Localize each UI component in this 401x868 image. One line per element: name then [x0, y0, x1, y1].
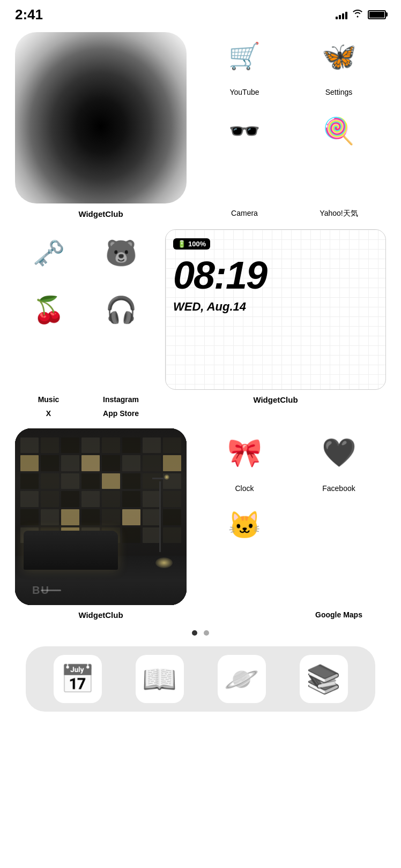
instagram-icon-container: 🐻 [97, 229, 145, 277]
clock-date-display: WED, Aug.14 [173, 300, 378, 314]
facebook-heart-icon: 🖤 [322, 436, 357, 469]
appstore-label: App Store [87, 409, 154, 418]
youtube-label-item: YouTube [212, 88, 277, 96]
right-apps-3: 🎀 🖤 Clock Facebook [197, 428, 386, 557]
app-labels-youtube-settings: YouTube Settings [197, 88, 386, 96]
app-item-clock[interactable]: 🎀 [212, 428, 277, 480]
app-item-camera[interactable]: 🕶️ [212, 107, 277, 158]
camera-yahoo-labels: Camera Yahoo!天気 [197, 209, 386, 218]
appstore-icon-container: 🎧 [97, 286, 145, 334]
youtube-icon-container: 🛒 [220, 32, 269, 80]
dock-item-stackbooks[interactable]: 📚 [300, 655, 348, 703]
row-3-labels: WidgetClub Google Maps [15, 610, 386, 620]
googlemaps-label-row: Google Maps [197, 610, 386, 619]
settings-icon-container: 🦋 [315, 32, 363, 80]
yahoo-lollipop-icon: 🍭 [323, 116, 355, 146]
dock-calendar-icon: 📅 [60, 663, 95, 696]
clock-time-display: 08:19 [173, 256, 378, 295]
battery-icon [368, 10, 386, 19]
widgetclub-label-1: WidgetClub [15, 209, 187, 218]
yahoo-label-bot: Yahoo!天気 [307, 209, 371, 218]
app-row-googlemaps: 🐱 [197, 501, 386, 553]
city-night-photo: BU [15, 428, 187, 605]
camera-icon-container: 🕶️ [220, 107, 269, 155]
right-apps-col-1: 🛒 🦋 YouTube Settings [197, 32, 386, 163]
dock-planet-icon: 🪐 [224, 663, 259, 696]
clock-label: Clock [235, 484, 254, 493]
battery-badge-text: 100% [188, 240, 206, 248]
clock-icon-container: 🎀 [220, 428, 269, 477]
page-dot-2 [204, 630, 209, 636]
youtube-label: YouTube [229, 88, 259, 96]
app-item-yahoo[interactable]: 🍭 [307, 107, 371, 158]
row-2: 🗝️ 🐻 🍒 🎧 [15, 229, 386, 390]
googlemaps-label: Google Maps [307, 610, 371, 619]
music-label: Music [15, 395, 82, 404]
app-item-settings[interactable]: 🦋 [307, 32, 371, 84]
music-icon-container: 🗝️ [25, 229, 73, 277]
app-row-youtube-settings: 🛒 🦋 [197, 32, 386, 84]
row-1-labels: WidgetClub Camera Yahoo!天気 [15, 209, 386, 218]
settings-label: Settings [325, 88, 353, 96]
yahoo-icon-container: 🍭 [315, 107, 363, 155]
youtube-cart-icon: 🛒 [228, 41, 261, 71]
googlemaps-kitty-icon: 🐱 [228, 510, 261, 541]
row-1: 🛒 🦋 YouTube Settings [15, 32, 386, 203]
dock-openbook-icon: 📖 [142, 663, 177, 696]
battery-badge: 🔋 100% [173, 238, 210, 250]
clock-widget[interactable]: 🔋 100% 08:19 WED, Aug.14 [165, 229, 386, 390]
clock-bow-icon: 🎀 [227, 436, 262, 469]
left-apps-grid: 🗝️ 🐻 🍒 🎧 [15, 229, 154, 337]
status-bar: 2:41 [0, 0, 401, 27]
page-dots [15, 630, 386, 636]
widgetclub-large-widget[interactable] [15, 32, 187, 203]
row-3: BU 🎀 🖤 [15, 428, 386, 605]
camera-label: Camera [212, 209, 277, 218]
app-item-music[interactable]: 🗝️ [15, 229, 82, 281]
photo-widget[interactable]: BU [15, 428, 187, 605]
left-labels-grid: Music Instagram X App Store [15, 395, 154, 418]
app-row-clock-facebook: 🎀 🖤 [197, 428, 386, 480]
clock-widget-content: 🔋 100% 08:19 WED, Aug.14 [173, 238, 378, 314]
clock-widget-label: WidgetClub [165, 395, 386, 404]
app-item-instagram[interactable]: 🐻 [87, 229, 154, 281]
wifi-icon [352, 9, 363, 20]
status-icons [336, 9, 386, 20]
facebook-icon-container: 🖤 [315, 428, 363, 477]
app-item-youtube[interactable]: 🛒 [212, 32, 277, 84]
app-item-facebook[interactable]: 🖤 [307, 428, 371, 480]
googlemaps-icon-container: 🐱 [220, 501, 269, 549]
appstore-headphones-icon: 🎧 [105, 295, 137, 325]
x-cherries-icon: 🍒 [33, 295, 65, 325]
app-row-camera-yahoo: 🕶️ 🍭 [197, 107, 386, 158]
dock-item-books[interactable]: 📖 [136, 655, 184, 703]
instagram-bear-icon: 🐻 [105, 238, 137, 268]
status-time: 2:41 [15, 6, 43, 23]
x-icon-container: 🍒 [25, 286, 73, 334]
instagram-label: Instagram [87, 395, 154, 404]
x-label: X [15, 409, 82, 418]
camera-sunglasses-icon: 🕶️ [228, 116, 261, 146]
app-item-x[interactable]: 🍒 [15, 286, 82, 337]
dock-books-icon: 📚 [306, 663, 341, 696]
app-item-googlemaps[interactable]: 🐱 [212, 501, 277, 553]
row-2-labels: Music Instagram X App Store WidgetClub [15, 395, 386, 418]
settings-label-item: Settings [307, 88, 371, 96]
home-screen: 🛒 🦋 YouTube Settings [0, 27, 401, 722]
signal-icon [336, 10, 347, 19]
widgetclub-photo-label: WidgetClub [15, 610, 187, 620]
music-keys-icon: 🗝️ [33, 238, 65, 268]
battery-badge-icon: 🔋 [177, 240, 186, 248]
app-item-appstore[interactable]: 🎧 [87, 286, 154, 337]
dock-item-calendar[interactable]: 📅 [54, 655, 102, 703]
dock-item-planet[interactable]: 🪐 [218, 655, 266, 703]
page-dot-1 [192, 630, 197, 636]
facebook-label-item: Facebook [307, 484, 371, 493]
clock-label-item: Clock [212, 484, 277, 493]
settings-butterfly-icon: 🦋 [322, 40, 357, 73]
dock: 📅 📖 🪐 📚 [26, 646, 375, 712]
clock-facebook-labels: Clock Facebook [197, 484, 386, 493]
facebook-label: Facebook [322, 484, 355, 493]
